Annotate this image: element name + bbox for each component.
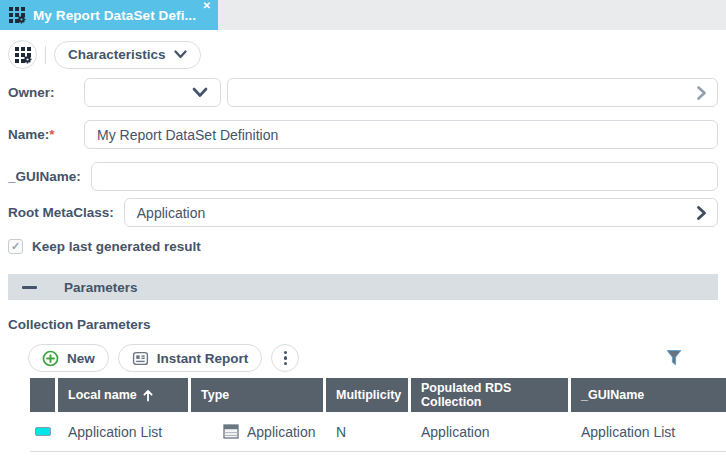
column-header-guiname[interactable]: _GUIName (571, 378, 726, 412)
dataset-form: Owner: Name:* _GUIName: Root MetaClass: … (0, 78, 726, 254)
parameters-section-title: Parameters (64, 280, 138, 295)
dataset-grid-gear-icon (8, 6, 26, 24)
owner-label: Owner: (8, 85, 84, 100)
tab-my-report-dataset[interactable]: My Report DataSet Defi... ✕ (0, 0, 218, 30)
column-header-icon[interactable] (30, 378, 55, 412)
report-icon (132, 350, 149, 367)
collection-parameters-heading: Collection Parameters (8, 317, 718, 332)
name-row: Name:* (8, 120, 718, 149)
sort-ascending-icon (143, 389, 153, 402)
required-asterisk: * (49, 127, 54, 142)
row-icon-cell (30, 427, 55, 436)
chevron-right-icon (696, 85, 707, 101)
cell-populated-rds-collection[interactable]: Application (411, 424, 568, 440)
root-metaclass-label: Root MetaClass: (8, 205, 124, 220)
table-row[interactable]: Application List Application N Applicati… (30, 412, 726, 452)
name-label: Name:* (8, 127, 84, 142)
instant-report-button[interactable]: Instant Report (118, 344, 263, 372)
root-metaclass-picker[interactable]: Application (124, 198, 718, 227)
owner-value-picker[interactable] (227, 78, 718, 107)
chevron-down-icon (174, 50, 187, 59)
instant-report-label: Instant Report (157, 351, 249, 366)
table-header: Local name Type Multiplicity Populated R… (30, 378, 726, 412)
divider (45, 46, 46, 64)
root-metaclass-row: Root MetaClass: Application (8, 198, 718, 227)
characteristics-dropdown[interactable]: Characteristics (54, 41, 201, 69)
plus-circle-icon (42, 350, 59, 367)
guiname-label: _GUIName: (8, 169, 91, 184)
tab-title: My Report DataSet Defi... (33, 8, 196, 23)
kebab-icon (284, 351, 288, 355)
cell-guiname[interactable]: Application List (571, 424, 726, 440)
characteristics-label: Characteristics (68, 47, 166, 62)
close-icon[interactable]: ✕ (203, 0, 211, 11)
column-header-type[interactable]: Type (191, 378, 323, 412)
collection-chip-icon (35, 427, 51, 436)
collection-parameters-toolbar: New Instant Report (28, 344, 718, 372)
chevron-down-icon (192, 87, 208, 98)
column-header-multiplicity[interactable]: Multiplicity (326, 378, 408, 412)
keep-last-generated-label: Keep last generated result (32, 239, 201, 254)
name-input[interactable] (84, 120, 718, 149)
new-button-label: New (67, 351, 95, 366)
more-actions-button[interactable] (271, 344, 299, 372)
metaclass-table-icon (223, 424, 239, 439)
tab-bar: My Report DataSet Defi... ✕ (0, 0, 726, 30)
new-button[interactable]: New (28, 344, 109, 372)
collapse-icon[interactable] (22, 286, 37, 289)
filter-icon[interactable] (666, 349, 682, 367)
parameters-section-header[interactable]: Parameters (8, 274, 718, 300)
dataset-properties-button[interactable] (8, 40, 37, 69)
cell-multiplicity[interactable]: N (326, 424, 408, 440)
grid-gear-icon (14, 46, 32, 64)
guiname-input[interactable] (91, 162, 718, 191)
keep-last-generated-checkbox[interactable]: ✓ (8, 239, 23, 254)
action-bar: Characteristics (0, 30, 726, 69)
owner-type-select[interactable] (84, 78, 221, 107)
guiname-row: _GUIName: (8, 162, 718, 191)
column-header-populated-rds-collection[interactable]: Populated RDS Collection (411, 378, 568, 412)
collection-parameters-table: Local name Type Multiplicity Populated R… (30, 378, 726, 452)
cell-local-name[interactable]: Application List (58, 424, 188, 440)
cell-type[interactable]: Application (191, 424, 323, 440)
owner-row: Owner: (8, 78, 718, 107)
keep-last-generated-row: ✓ Keep last generated result (8, 239, 718, 254)
chevron-right-icon (696, 205, 707, 221)
root-metaclass-value: Application (137, 205, 206, 221)
column-header-local-name[interactable]: Local name (58, 378, 188, 412)
